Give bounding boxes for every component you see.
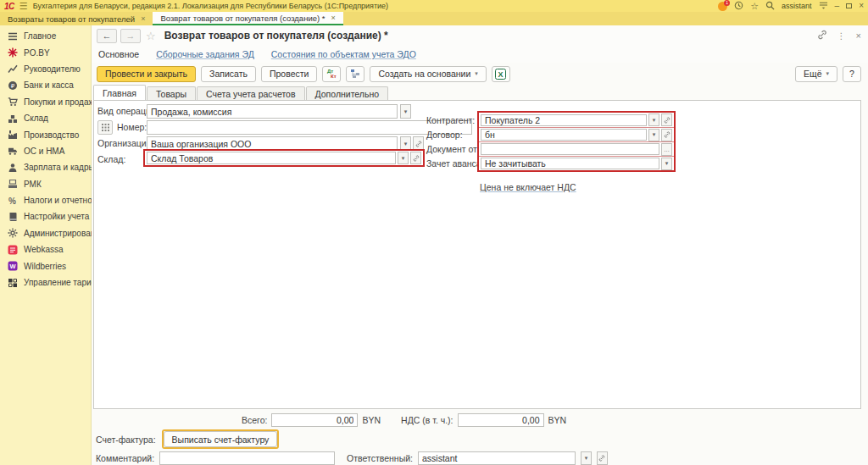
tab-main[interactable]: Главная [93, 85, 146, 100]
responsible-open-icon[interactable] [597, 451, 608, 465]
create-on-base-button[interactable]: Создать на основании▾ [370, 66, 486, 82]
contract-select[interactable] [481, 129, 647, 141]
sidebar-item-accounting-settings[interactable]: Настройки учета [0, 208, 91, 224]
nav-link-assembly-tasks[interactable]: Сборочные задания ЭД [156, 49, 254, 59]
shipping-doc-input[interactable] [481, 143, 659, 155]
cart-icon [8, 97, 18, 107]
forward-button[interactable]: → [120, 29, 141, 43]
contract-open-icon[interactable] [661, 129, 672, 141]
sidebar-item-administration[interactable]: Администрирование [0, 225, 91, 241]
wildberries-logo-icon: W [8, 261, 18, 271]
comment-input[interactable] [159, 451, 335, 465]
window-tab-return-create[interactable]: Возврат товаров от покупателя (создание)… [153, 12, 342, 25]
maximize-button[interactable] [846, 3, 852, 8]
boxes-icon [8, 113, 18, 124]
tab-additional[interactable]: Дополнительно [306, 86, 389, 100]
person-icon [8, 163, 18, 173]
vat-price-link[interactable]: Цена не включает НДС [480, 180, 576, 195]
sidebar-item-warehouse[interactable]: Склад [0, 110, 91, 126]
main-menu-icon[interactable]: ☰ [19, 1, 28, 12]
responsible-select[interactable] [418, 451, 576, 465]
counterparty-open-icon[interactable] [661, 113, 672, 126]
current-user[interactable]: assistant [782, 2, 812, 10]
sidebar-item-rmk[interactable]: РМК [0, 176, 91, 192]
advance-dropdown-icon[interactable]: ▾ [661, 158, 672, 170]
structure-icon [350, 69, 360, 79]
tab-settlement-accounts[interactable]: Счета учета расчетов [197, 86, 304, 100]
vat-input[interactable] [458, 413, 544, 427]
more-actions-icon[interactable]: ⋮ [837, 31, 846, 41]
warehouse-select[interactable] [147, 152, 396, 164]
history-icon[interactable] [734, 1, 743, 12]
favorite-star-icon[interactable]: ☆ [146, 30, 156, 42]
warehouse-dropdown-icon[interactable]: ▾ [398, 152, 409, 164]
sidebar-item-wildberries[interactable]: W Wildberries [0, 257, 91, 274]
number-settings-button[interactable] [97, 120, 113, 135]
vat-currency: BYN [548, 415, 567, 425]
show-postings-button[interactable]: ДтКт [322, 66, 341, 82]
page-tabstrip: Главная Товары Счета учета расчетов Допо… [92, 85, 868, 100]
document-structure-button[interactable] [346, 66, 364, 82]
sidebar-item-salary-hr[interactable]: Зарплата и кадры [0, 159, 91, 175]
close-tab-icon[interactable]: × [141, 14, 145, 23]
excel-export-button[interactable]: X [492, 66, 510, 82]
issue-invoice-button[interactable]: Выписать счет-фактуру [164, 431, 278, 447]
shipping-doc-choose-icon[interactable]: … [661, 143, 672, 156]
get-link-icon[interactable] [817, 30, 827, 42]
tab-main-panel: Вид операции: ▾ Номер: от: Организация: … [93, 100, 861, 409]
counterparty-select[interactable] [481, 114, 647, 126]
sidebar-item-production[interactable]: Производство [0, 126, 91, 142]
service-menu-icon[interactable] [819, 1, 828, 11]
sidebar-item-purchases-sales[interactable]: Покупки и продажи [0, 94, 91, 110]
nav-link-main[interactable]: Основное [98, 49, 139, 59]
nav-link-edo-states[interactable]: Состояния по объектам учета ЭДО [271, 49, 416, 59]
close-document-icon[interactable]: × [856, 30, 861, 41]
window-tab-returns-list[interactable]: Возвраты товаров от покупателей × [0, 12, 153, 25]
number-label: Номер: [117, 120, 147, 135]
poby-logo-icon [8, 47, 18, 58]
minimize-button[interactable]: – [835, 2, 840, 10]
post-button[interactable]: Провести [261, 66, 317, 82]
number-input[interactable] [147, 120, 472, 135]
sidebar-item-taxes[interactable]: % Налоги и отчетность [0, 192, 91, 208]
counterparty-dropdown-icon[interactable]: ▾ [648, 113, 659, 126]
more-button[interactable]: Ещё▾ [795, 66, 837, 82]
window-tabbar: Возвраты товаров от покупателей × Возвра… [0, 12, 868, 25]
sidebar-item-main[interactable]: Главное [0, 28, 91, 44]
gear-icon [8, 228, 18, 238]
tab-goods[interactable]: Товары [147, 86, 196, 100]
back-button[interactable]: ← [97, 29, 117, 43]
search-icon[interactable] [765, 1, 775, 12]
close-window-button[interactable]: × [859, 2, 864, 10]
sidebar-item-bank-cash[interactable]: ₽ Банк и касса [0, 77, 91, 93]
comment-label: Комментарий: [96, 453, 154, 463]
sidebar-item-manager[interactable]: Руководителю [0, 61, 91, 77]
help-button[interactable]: ? [843, 66, 861, 82]
invoice-label: Счет-фактура: [96, 435, 156, 445]
sidebar-item-webkassa[interactable]: Webkassa [0, 241, 91, 257]
svg-text:W: W [9, 263, 16, 270]
advance-label: Зачет аванса: [426, 157, 484, 171]
close-tab-icon[interactable]: × [331, 14, 335, 22]
sidebar-item-poby[interactable]: PO.BY [0, 44, 91, 60]
responsible-dropdown-icon[interactable]: ▾ [581, 451, 592, 465]
document-nav-links: Основное Сборочные задания ЭД Состояния … [92, 46, 868, 63]
svg-text:₽: ₽ [11, 82, 15, 88]
sidebar-item-tariff[interactable]: Управление тарифом [0, 274, 91, 291]
excel-icon: X [495, 69, 506, 80]
total-input[interactable] [271, 413, 358, 427]
operation-dropdown-icon[interactable]: ▾ [400, 104, 411, 119]
write-button[interactable]: Записать [201, 66, 256, 82]
document-title: Возврат товаров от покупателя (создание)… [164, 30, 388, 42]
sidebar-item-fixed-assets[interactable]: ОС и НМА [0, 143, 91, 159]
warehouse-open-icon[interactable] [410, 152, 421, 164]
coin-icon: ₽ [8, 80, 18, 91]
contract-dropdown-icon[interactable]: ▾ [648, 129, 659, 141]
advance-select[interactable] [481, 158, 659, 169]
operation-select[interactable] [147, 104, 398, 119]
post-and-close-button[interactable]: Провести и закрыть [97, 66, 196, 82]
favorites-icon[interactable]: ☆ [750, 1, 759, 12]
document-toolbar: Провести и закрыть Записать Провести ДтК… [92, 63, 868, 85]
notifications-icon[interactable]: 1 [718, 2, 727, 11]
tiles-icon [8, 278, 18, 288]
